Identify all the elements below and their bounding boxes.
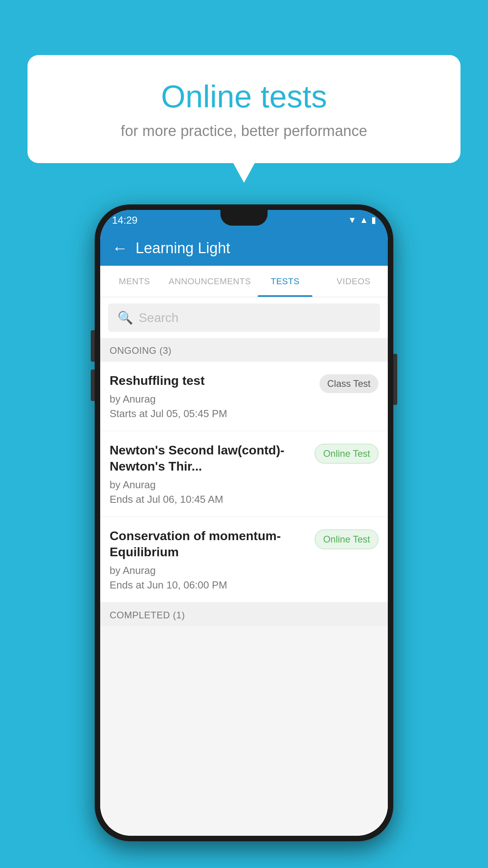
test-author-reshuffling: by Anurag xyxy=(110,393,312,405)
signal-icon: ▲ xyxy=(360,215,368,225)
test-time-conservation: Ends at Jun 10, 06:00 PM xyxy=(110,579,307,591)
search-container: 🔍 Search xyxy=(100,297,388,338)
back-button[interactable]: ← xyxy=(112,239,128,257)
speech-bubble-subtitle: for more practice, better performance xyxy=(59,123,429,140)
test-author-conservation: by Anurag xyxy=(110,565,307,577)
test-card-conservation[interactable]: Conservation of momentum-Equilibrium by … xyxy=(100,517,388,603)
search-bar[interactable]: 🔍 Search xyxy=(108,303,380,332)
phone-notch xyxy=(220,210,268,226)
tab-tests[interactable]: TESTS xyxy=(251,266,319,297)
phone-screen: 14:29 ▼ ▲ ▮ ← Learning Light MENTS ANNOU… xyxy=(100,210,388,836)
phone-vol-up-button xyxy=(91,330,95,362)
test-name-conservation: Conservation of momentum-Equilibrium xyxy=(110,528,307,561)
test-card-newtons[interactable]: Newton's Second law(contd)-Newton's Thir… xyxy=(100,431,388,517)
test-card-reshuffling[interactable]: Reshuffling test by Anurag Starts at Jul… xyxy=(100,362,388,431)
test-badge-conservation: Online Test xyxy=(315,530,378,549)
search-icon: 🔍 xyxy=(117,310,133,325)
tab-videos[interactable]: VIDEOS xyxy=(319,266,388,297)
test-info-reshuffling: Reshuffling test by Anurag Starts at Jul… xyxy=(110,373,312,420)
battery-icon: ▮ xyxy=(371,215,376,225)
phone-device: 14:29 ▼ ▲ ▮ ← Learning Light MENTS ANNOU… xyxy=(95,204,393,841)
test-author-newtons: by Anurag xyxy=(110,479,307,491)
content-area: ONGOING (3) Reshuffling test by Anurag S… xyxy=(100,338,388,836)
app-header: ← Learning Light xyxy=(100,230,388,266)
speech-bubble-title: Online tests xyxy=(59,79,429,115)
completed-section-header: COMPLETED (1) xyxy=(100,603,388,626)
speech-bubble-container: Online tests for more practice, better p… xyxy=(28,55,460,163)
test-badge-reshuffling: Class Test xyxy=(319,374,378,393)
tab-announcements[interactable]: ANNOUNCEMENTS xyxy=(169,266,251,297)
test-time-newtons: Ends at Jul 06, 10:45 AM xyxy=(110,493,307,506)
test-name-newtons: Newton's Second law(contd)-Newton's Thir… xyxy=(110,442,307,475)
tab-ments[interactable]: MENTS xyxy=(100,266,169,297)
wifi-icon: ▼ xyxy=(348,215,356,225)
test-info-conservation: Conservation of momentum-Equilibrium by … xyxy=(110,528,307,591)
test-badge-newtons: Online Test xyxy=(315,444,378,463)
test-name-reshuffling: Reshuffling test xyxy=(110,373,312,389)
app-title: Learning Light xyxy=(136,240,230,257)
speech-bubble: Online tests for more practice, better p… xyxy=(28,55,460,163)
phone-vol-down-button xyxy=(91,370,95,401)
status-icons: ▼ ▲ ▮ xyxy=(348,215,376,225)
status-time: 14:29 xyxy=(112,214,138,226)
ongoing-section-header: ONGOING (3) xyxy=(100,338,388,362)
tab-bar: MENTS ANNOUNCEMENTS TESTS VIDEOS xyxy=(100,266,388,297)
test-time-reshuffling: Starts at Jul 05, 05:45 PM xyxy=(110,408,312,420)
search-input[interactable]: Search xyxy=(139,311,178,325)
phone-power-button xyxy=(393,354,397,405)
test-info-newtons: Newton's Second law(contd)-Newton's Thir… xyxy=(110,442,307,506)
